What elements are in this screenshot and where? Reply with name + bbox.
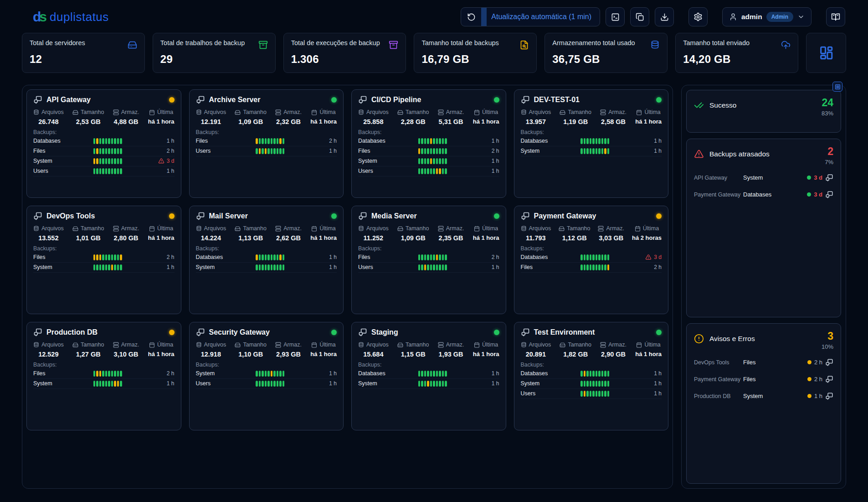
item-time: 3 d [814,174,822,181]
copy-button[interactable] [630,7,649,26]
layout-toggle-button[interactable] [806,33,846,73]
auto-refresh-control[interactable]: Atualização automática (1 min) [461,7,600,26]
backup-row[interactable]: Databases 1 h [358,136,499,146]
server-card[interactable]: Media Server Arquivos 11.252 Tamanho 1,0… [351,206,506,314]
storage-col-label: Armaz. [283,109,302,115]
storage-value: 3,03 GB [598,234,624,242]
server-icon [275,226,281,232]
history-segment [93,168,96,174]
sidebar-backup-item[interactable]: API Gateway System 3 d [694,174,833,182]
history-segment [117,148,119,154]
backup-row[interactable]: System 1 h [358,379,499,389]
status-dot [494,97,499,103]
backup-row[interactable]: Files 2 h [358,253,499,263]
server-card[interactable]: API Gateway Arquivos 26.748 Tamanho 2,53… [26,89,181,198]
last-backup-time: há 2 horas [632,234,662,241]
download-button[interactable] [655,7,674,26]
computer-icon [825,392,833,400]
history-segment [111,264,113,270]
history-segment [102,371,104,377]
sidebar-backup-item[interactable]: DevOps Tools Files 2 h [694,358,833,367]
backup-row[interactable]: System 1 h [196,263,337,273]
warnings-card[interactable]: Avisos e Erros 3 10% DevOps Tools Files … [686,323,841,484]
backup-row[interactable]: Files 2 h [521,263,662,273]
sidebar-backup-item[interactable]: Payment Gateway Databases 3 d [694,191,833,199]
backup-time: 1 h [654,138,662,144]
backup-history-bar [93,158,122,164]
backup-row[interactable]: System 1 h [521,379,662,389]
history-segment [596,264,598,270]
backup-row[interactable]: System 1 h [33,379,175,389]
backup-row[interactable]: Files 2 h [358,146,499,156]
backup-row[interactable]: System 1 h [196,369,337,379]
history-segment [102,254,104,260]
history-segment [590,148,592,154]
backup-row[interactable]: Files 2 h [196,136,337,146]
backup-row[interactable]: Databases 1 h [521,136,662,146]
backup-row[interactable]: Files 2 h [33,146,175,156]
alert-circle-icon [694,334,704,344]
docs-button[interactable] [826,7,845,26]
success-card[interactable]: Sucesso 24 83% [686,90,841,133]
user-menu[interactable]: admin Admin [722,7,812,26]
status-dot [656,213,662,219]
backup-row[interactable]: Users 1 h [196,146,337,156]
app-logo: ds duplistatus [33,9,109,25]
server-card[interactable]: Payment Gateway Arquivos 11.793 Tamanho … [514,206,669,314]
history-segment [604,264,606,270]
backups-label: Backups: [521,245,662,252]
terminal-button[interactable] [606,7,625,26]
refresh-icon[interactable] [461,13,481,21]
item-backup-name: Databases [743,191,807,198]
backup-row[interactable]: Databases 1 h [521,369,662,379]
backup-name: Files [521,264,581,270]
server-card[interactable]: Production DB Arquivos 12.529 Tamanho 1,… [26,322,181,430]
server-card[interactable]: Mail Server Arquivos 14.224 Tamanho 1,13… [189,206,344,314]
backup-row[interactable]: Users 1 h [358,263,499,273]
history-segment [592,391,595,397]
backup-row[interactable]: System 1 h [358,156,499,166]
backup-row[interactable]: Users 1 h [521,389,662,399]
backup-row[interactable]: Databases 3 d [521,253,662,263]
sidebar-log-button[interactable] [832,82,842,92]
sidebar-backup-item[interactable]: Production DB System 1 h [694,392,833,400]
settings-button[interactable] [688,7,708,26]
calendar-icon [311,109,317,115]
history-segment [117,138,119,144]
backup-name: Databases [358,138,418,144]
backup-row[interactable]: System 1 h [521,146,662,156]
sidebar-backup-item[interactable]: Payment Gateway Files 2 h [694,375,833,383]
calendar-icon [474,109,480,115]
server-card[interactable]: Archive Server Arquivos 12.191 Tamanho 1… [189,89,344,198]
backup-row[interactable]: Users 1 h [33,166,175,176]
backup-time: 1 h [492,264,499,270]
history-segment [427,381,429,387]
backup-row[interactable]: Files 2 h [33,253,175,263]
backup-row[interactable]: Users 1 h [358,166,499,176]
auto-refresh-label[interactable]: Atualização automática (1 min) [487,13,600,21]
server-card[interactable]: Staging Arquivos 15.684 Tamanho 1,15 GB … [351,322,506,430]
backup-row[interactable]: System 1 h [33,263,175,273]
backup-row[interactable]: Databases 1 h [196,253,337,263]
backup-row[interactable]: System 3 d [33,156,175,166]
server-card[interactable]: CI/CD Pipeline Arquivos 25.858 Tamanho 2… [351,89,506,198]
history-segment [584,391,586,397]
history-segment [586,138,589,144]
backup-row[interactable]: Databases 1 h [33,136,175,146]
server-card[interactable]: DEV-TEST-01 Arquivos 13.957 Tamanho 1,19… [514,89,669,198]
backup-row[interactable]: Users 1 h [196,379,337,389]
history-segment [430,371,432,377]
computer-icon [358,212,367,221]
history-segment [424,254,426,260]
size-value: 1,19 GB [560,118,591,125]
server-card[interactable]: Security Gateway Arquivos 12.918 Tamanho… [189,322,344,430]
overdue-card[interactable]: Backups atrasados 2 7% API Gateway Syste… [686,139,841,317]
backup-row[interactable]: Files 2 h [33,369,175,379]
backup-name: Files [33,254,93,260]
backup-row[interactable]: Databases 1 h [358,369,499,379]
backup-time: 1 h [492,168,499,174]
history-segment [427,158,429,164]
servers-panel: API Gateway Arquivos 26.748 Tamanho 2,53… [22,85,673,489]
server-card[interactable]: Test Environment Arquivos 20.891 Tamanho… [514,322,669,430]
server-card[interactable]: DevOps Tools Arquivos 13.552 Tamanho 1,0… [26,206,181,314]
